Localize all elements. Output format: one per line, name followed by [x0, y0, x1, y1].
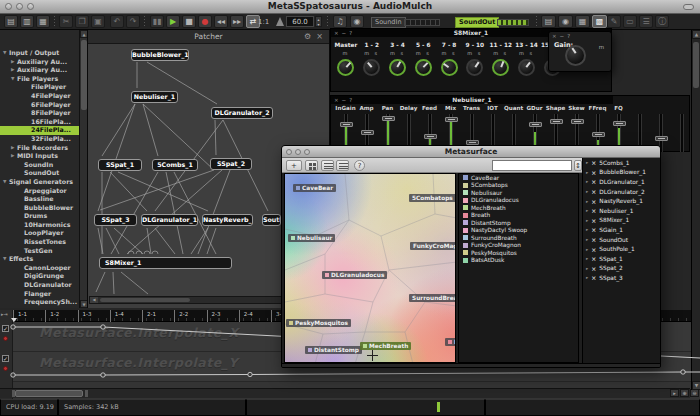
patcher-node[interactable]: SSpat_1: [98, 159, 142, 171]
palette-item[interactable]: 4FilePlayer: [0, 92, 80, 101]
undo-redo-button[interactable]: ↶: [110, 15, 124, 28]
palette-item[interactable]: 16FilePla...: [0, 118, 80, 127]
contraption-list-item[interactable]: ▸ × SSpat_2: [583, 264, 661, 274]
patcher-node[interactable]: DLGranulator_2: [211, 107, 273, 119]
snapshot-list-item[interactable]: MechBreath: [459, 204, 578, 212]
gain-knob[interactable]: [415, 59, 432, 76]
snapshot-list-item[interactable]: BatsAtDusk: [459, 257, 578, 265]
patcher-node[interactable]: SouthPole_1: [262, 214, 281, 226]
palette-item[interactable]: CanonLooper: [0, 264, 80, 273]
undo-redo-button[interactable]: ↷: [126, 15, 140, 28]
scroll-down-icon[interactable]: ▼: [80, 300, 88, 308]
lane-record-icon[interactable]: [3, 336, 8, 341]
expand-icon[interactable]: ▸: [586, 170, 588, 175]
interpolation-cursor[interactable]: [367, 350, 378, 361]
scroll-up-icon[interactable]: ▲: [692, 30, 700, 39]
scroll-down-icon[interactable]: ▼: [692, 381, 700, 390]
expand-icon[interactable]: ▸: [586, 218, 588, 223]
palette-item[interactable]: 10Harmonics: [0, 221, 80, 230]
lane-enable-checkbox[interactable]: ✓: [2, 355, 9, 362]
help-icon[interactable]: ?: [349, 30, 355, 36]
mute-solo-buttons[interactable]: m s: [488, 50, 514, 58]
snapshot-list-item[interactable]: DLGranuladocus: [459, 197, 578, 205]
contraption-list-item[interactable]: ▸ × SSpat_1: [583, 254, 661, 264]
soundout-meter[interactable]: [497, 19, 529, 26]
gain-knob[interactable]: [389, 59, 406, 76]
exclude-icon[interactable]: ×: [591, 169, 596, 176]
titlebar[interactable]: MetaSSpatosaurus - AudioMulch: [0, 0, 700, 14]
snapshot-marker[interactable]: DistantStomp: [305, 346, 362, 354]
contraption-list-item[interactable]: ▸ × S8Mixer_1: [583, 216, 661, 226]
expand-icon[interactable]: ▸: [586, 189, 588, 194]
contraption-list-item[interactable]: ▸ × BubbleBlower_1: [583, 168, 661, 178]
patcher-node[interactable]: 5Combs_1: [152, 159, 198, 171]
slider-handle[interactable]: [445, 117, 458, 122]
expand-icon[interactable]: ▸: [586, 160, 588, 165]
snapshot-marker[interactable]: DLGranuladocus: [322, 271, 387, 279]
help-icon[interactable]: ?: [567, 33, 573, 39]
contraption-list-item[interactable]: ▸ × SGain_1: [583, 225, 661, 235]
contraption-list-item[interactable]: ▸ × DLGranulator_1: [583, 177, 661, 187]
metasurface-titlebar[interactable]: Metasurface: [282, 146, 660, 158]
contraption-list-item[interactable]: ▸ × SSpat_3: [583, 273, 661, 283]
palette-item[interactable]: 6FilePlayer: [0, 101, 80, 110]
patcher-node[interactable]: SSpat_2: [210, 158, 252, 170]
window-resize-edge[interactable]: [282, 363, 660, 368]
tool-button[interactable]: ✎: [607, 15, 621, 28]
nebuliser-window-title[interactable]: Nebuliser_1: [331, 96, 613, 104]
file-button[interactable]: ▦: [36, 15, 50, 28]
snapshot-marker[interactable]: Breath: [445, 338, 456, 346]
slider-handle[interactable]: [340, 122, 353, 127]
palette-item[interactable]: Bassline: [0, 195, 80, 204]
patcher-node[interactable]: Nebuliser_1: [131, 91, 178, 103]
snapshot-marker[interactable]: CaveBear: [293, 184, 336, 192]
network-icon[interactable]: ◉: [350, 15, 364, 28]
close-icon[interactable]: ×: [552, 33, 560, 39]
snapshot-list-item[interactable]: 5Combatops: [459, 182, 578, 190]
snapshot-marker[interactable]: SurroundBreath: [409, 294, 456, 302]
expand-icon[interactable]: ▸: [586, 275, 588, 280]
palette-item[interactable]: Flanger: [0, 290, 80, 299]
snapshot-marker[interactable]: Nebulisaur: [288, 234, 335, 242]
gain-knob[interactable]: [518, 59, 535, 76]
palette-item[interactable]: LiveLooper: [0, 307, 80, 308]
edit-button[interactable]: ❐: [75, 15, 89, 28]
palette-item[interactable]: SoundOut: [0, 169, 80, 178]
patcher-close-icon[interactable]: ×: [316, 32, 323, 41]
contraption-list-item[interactable]: ▸ × SouthPole_1: [583, 244, 661, 254]
exclude-icon[interactable]: ×: [591, 246, 596, 253]
contraption-list-item[interactable]: ▸ × SoundOut: [583, 235, 661, 245]
audio-enable-icon[interactable]: ♫: [333, 15, 347, 28]
expand-icon[interactable]: ▸: [586, 256, 588, 261]
expand-icon[interactable]: ▸: [586, 208, 588, 213]
palette-item[interactable]: SoundIn: [0, 161, 80, 170]
mute-solo-buttons[interactable]: m s: [514, 50, 540, 58]
patcher-node[interactable]: BubbleBlower_1: [131, 49, 189, 61]
slider-handle[interactable]: [424, 134, 437, 139]
scroll-left-icon[interactable]: ◀: [90, 297, 98, 303]
palette-item[interactable]: TestGen: [0, 247, 80, 256]
file-button[interactable]: ▤: [4, 15, 18, 28]
palette-item[interactable]: ▶Auxiliary Au...: [0, 66, 80, 75]
palette-item[interactable]: FrequencySh...: [0, 298, 80, 307]
snapshot-list-item[interactable]: NastyDactyl Swoop: [459, 227, 578, 235]
tool-button[interactable]: ⓘ: [655, 15, 669, 28]
palette-item[interactable]: BubbleBlower: [0, 204, 80, 213]
snapshot-marker[interactable]: 5Combatops: [409, 194, 456, 202]
gain-knob[interactable]: [363, 59, 380, 76]
expand-icon[interactable]: ▸: [586, 247, 588, 252]
lane-record-icon[interactable]: [3, 366, 8, 371]
tool-button[interactable]: ▭: [623, 15, 637, 28]
pan-icon[interactable]: ▸: [670, 389, 679, 397]
snapshot-list-item[interactable]: CaveBear: [459, 174, 578, 182]
help-icon[interactable]: ?: [349, 97, 355, 103]
exclude-icon[interactable]: ×: [591, 265, 596, 272]
palette-item[interactable]: DLGranulator: [0, 281, 80, 290]
palette-item[interactable]: Arpeggiator: [0, 187, 80, 196]
patcher-node[interactable]: SSpat_3: [94, 214, 137, 226]
expand-icon[interactable]: ▸: [586, 266, 588, 271]
file-button[interactable]: ▥: [20, 15, 34, 28]
patcher-node[interactable]: S8Mixer_1: [99, 257, 232, 269]
mute-solo-buttons[interactable]: m s: [436, 50, 462, 58]
palette-item[interactable]: ▼Signal Generators: [0, 178, 80, 187]
